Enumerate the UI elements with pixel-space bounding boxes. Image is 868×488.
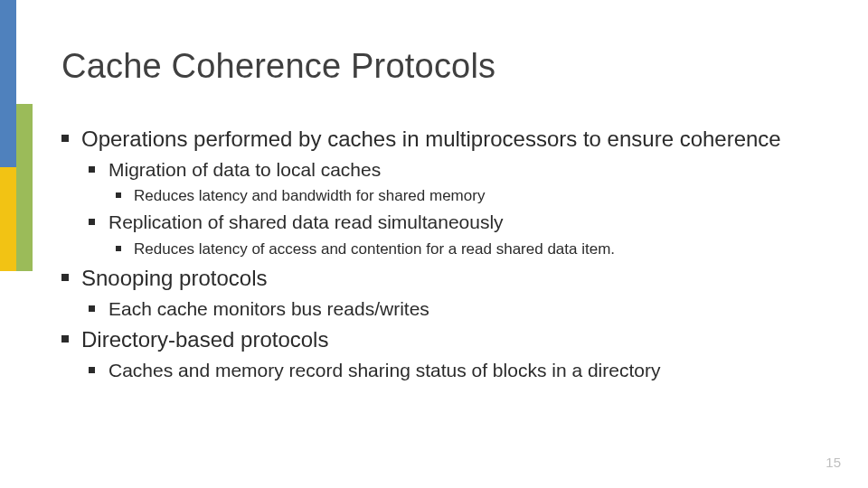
bullet-migration: Migration of data to local caches [89, 158, 832, 182]
bullet-replication-detail: Reduces latency of access and contention… [116, 239, 832, 259]
bullet-directory-detail: Caches and memory record sharing status … [89, 359, 832, 382]
slide: Cache Coherence Protocols Operations per… [0, 0, 868, 488]
decor-stripe-green [16, 104, 33, 271]
bullet-snooping: Snooping protocols [61, 265, 832, 292]
bullet-replication: Replication of shared data read simultan… [89, 211, 832, 234]
decor-stripe-yellow [0, 167, 16, 271]
bullet-migration-detail: Reduces latency and bandwidth for shared… [116, 186, 832, 206]
page-number: 15 [826, 455, 841, 470]
content-area: Cache Coherence Protocols Operations per… [61, 47, 832, 387]
bullet-directory: Directory-based protocols [61, 326, 832, 353]
slide-title: Cache Coherence Protocols [61, 47, 832, 86]
bullet-operations: Operations performed by caches in multip… [61, 126, 832, 153]
bullet-snooping-detail: Each cache monitors bus reads/writes [89, 297, 832, 321]
